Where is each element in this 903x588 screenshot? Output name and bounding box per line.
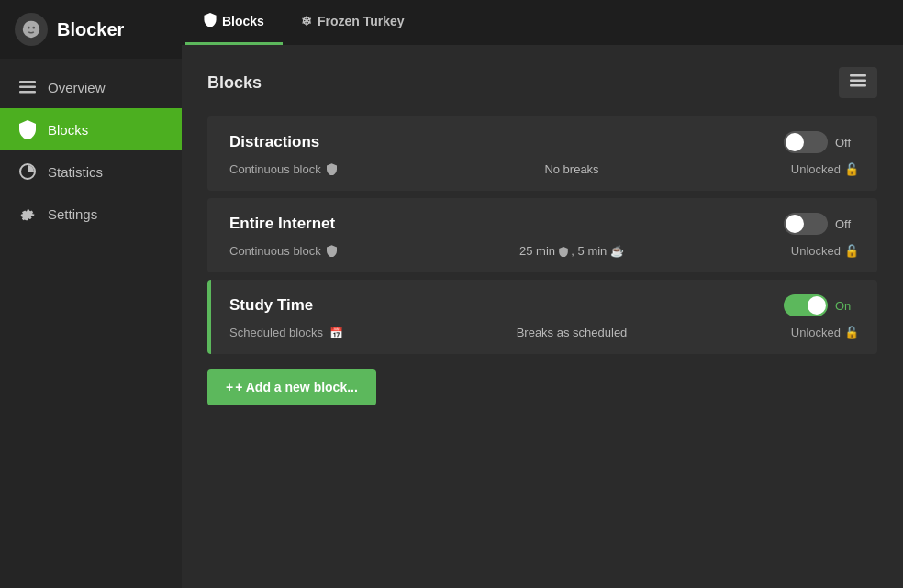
svg-point-1 [32,27,35,29]
block-type-label-internet: Continuous block [229,244,321,258]
tabs-bar: Blocks ❄ Frozen Turkey [182,0,903,45]
schedule-text-internet: 25 min , 5 min ☕ [519,244,624,258]
app-header: Blocker [0,0,182,59]
toggle-distractions[interactable] [784,131,828,153]
toggle-thumb-study [808,296,826,315]
block-lock-study: Unlocked 🔓 [767,326,859,339]
continuous-shield-icon-1 [327,163,337,175]
block-type-study: Scheduled blocks 📅 [229,326,376,339]
sidebar-item-settings[interactable]: Settings [0,193,182,235]
block-card-distractions: Distractions Off Continuous block [207,116,877,191]
add-block-button[interactable]: + + Add a new block... [207,369,376,405]
sidebar-item-statistics[interactable]: Statistics [0,150,182,193]
lock-text-study: Unlocked [791,326,841,339]
lock-text-internet: Unlocked [791,244,841,258]
block-name-distractions: Distractions [229,133,319,151]
add-block-label: + Add a new block... [235,380,358,394]
toggle-study[interactable] [784,294,828,316]
block-card-study-time: Study Time On Scheduled blocks 📅 Breaks … [207,280,877,354]
pomodoro-shield-icon [559,244,572,258]
svg-rect-4 [19,91,36,94]
lock-icon-internet: 🔓 [844,244,859,258]
svg-rect-3 [19,86,36,89]
toggle-internet[interactable] [784,213,828,235]
block-type-label-distractions: Continuous block [229,162,321,176]
blocks-content: Blocks Distractions Of [182,45,903,588]
svg-rect-2 [19,81,36,83]
continuous-shield-icon-2 [327,245,337,257]
shield-icon [18,120,37,139]
block-lock-distractions: Unlocked 🔓 [767,162,859,176]
content-header: Blocks [207,67,877,98]
block-type-label-study: Scheduled blocks [229,326,323,339]
svg-point-0 [28,27,30,29]
lock-icon-study: 🔓 [844,326,859,339]
block-top-study: Study Time On [229,294,859,316]
calendar-icon-study: 📅 [329,327,343,339]
sidebar-item-overview-label: Overview [48,80,106,95]
sidebar-item-overview[interactable]: Overview [0,66,182,108]
toggle-label-distractions: Off [835,136,859,150]
sidebar-nav: Overview Blocks Statistics [0,59,182,235]
block-schedule-distractions: No breaks [376,162,767,176]
toggle-container-study: On [784,294,859,316]
shield-tab-icon [204,13,217,29]
svg-rect-7 [850,80,866,83]
gear-icon [18,205,37,223]
schedule-text-study: Breaks as scheduled [517,326,628,339]
block-top-distractions: Distractions Off [229,131,859,153]
sidebar-item-blocks[interactable]: Blocks [0,108,182,150]
block-bottom-internet: Continuous block 25 min [229,244,859,258]
tab-blocks[interactable]: Blocks [185,0,283,45]
tab-frozen-turkey-label: Frozen Turkey [318,14,405,28]
content-menu-button[interactable] [839,67,877,98]
block-card-entire-internet: Entire Internet Off Continuous block [207,198,877,272]
snowflake-icon: ❄ [301,14,312,28]
lock-icon-distractions: 🔓 [844,162,859,176]
toggle-thumb-internet [786,215,804,233]
block-bottom-distractions: Continuous block No breaks Unlocked 🔓 [229,162,859,176]
toggle-thumb-distractions [786,133,804,151]
schedule-text-distractions: No breaks [544,162,598,176]
toggle-container-internet: Off [784,213,859,235]
sidebar-item-settings-label: Settings [48,206,97,222]
block-type-internet: Continuous block [229,244,376,258]
menu-icon [18,78,37,96]
add-icon: + [226,380,233,394]
svg-rect-8 [850,84,866,87]
block-schedule-internet: 25 min , 5 min ☕ [376,244,767,258]
app-logo [15,13,48,46]
lock-text-distractions: Unlocked [791,162,841,176]
block-name-internet: Entire Internet [229,215,335,233]
block-lock-internet: Unlocked 🔓 [767,244,859,258]
toggle-label-study: On [835,299,859,313]
sidebar-item-statistics-label: Statistics [48,164,103,180]
block-type-distractions: Continuous block [229,162,376,176]
sidebar-item-blocks-label: Blocks [48,122,88,138]
app-title: Blocker [57,19,124,40]
block-top-internet: Entire Internet Off [229,213,859,235]
toggle-container-distractions: Off [784,131,859,153]
tab-blocks-label: Blocks [222,14,264,28]
block-name-study: Study Time [229,296,313,315]
block-bottom-study: Scheduled blocks 📅 Breaks as scheduled U… [229,326,859,339]
coffee-icon: ☕ [610,245,624,258]
page-title: Blocks [207,73,262,93]
svg-rect-6 [850,74,866,77]
block-schedule-study: Breaks as scheduled [376,326,767,339]
sidebar: Blocker Overview Blocks [0,0,182,588]
hamburger-icon [850,74,866,90]
main-content: Blocks ❄ Frozen Turkey Blocks [182,0,903,588]
toggle-label-internet: Off [835,217,859,231]
tab-frozen-turkey[interactable]: ❄ Frozen Turkey [283,0,423,45]
chart-icon [18,162,37,181]
